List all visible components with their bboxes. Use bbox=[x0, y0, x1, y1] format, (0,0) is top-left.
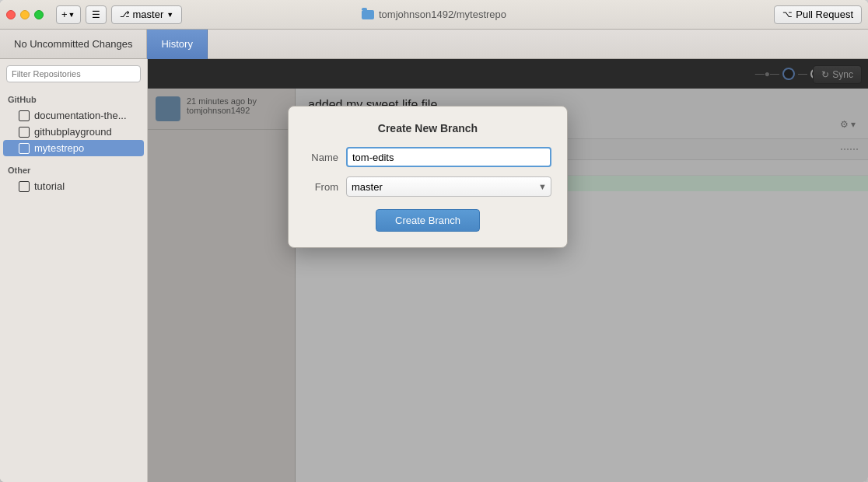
branch-from-select[interactable]: master bbox=[346, 176, 551, 197]
repo-icon bbox=[19, 127, 30, 138]
sidebar-toggle-button[interactable]: ☰ bbox=[86, 5, 107, 24]
uncommitted-label: No Uncommitted Changes bbox=[14, 38, 132, 50]
traffic-lights bbox=[6, 10, 44, 19]
create-branch-button[interactable]: Create Branch bbox=[376, 209, 480, 232]
branch-label: master bbox=[133, 9, 164, 20]
filter-repositories-input[interactable] bbox=[6, 65, 141, 82]
modal-overlay: Create New Branch Name From master ▼ bbox=[148, 59, 868, 482]
pull-request-icon: ⌥ bbox=[782, 9, 793, 19]
titlebar-right: ⌥ Pull Request bbox=[774, 5, 862, 24]
window-title-text: tomjohnson1492/mytestrepo bbox=[379, 9, 506, 20]
content-area: —●— — ↻ Sync 21 minutes ago by tomjo bbox=[148, 59, 868, 482]
titlebar-title: tomjohnson1492/mytestrepo bbox=[362, 9, 506, 20]
repo-name: mytestrepo bbox=[34, 142, 84, 154]
modal-from-select-wrap: master ▼ bbox=[346, 176, 551, 197]
maximize-button[interactable] bbox=[34, 10, 44, 19]
sidebar-item-mytestrepo[interactable]: mytestrepo bbox=[3, 140, 144, 156]
add-button[interactable]: + ▼ bbox=[56, 5, 81, 24]
modal-name-field: Name bbox=[304, 147, 551, 167]
uncommitted-button[interactable]: No Uncommitted Changes bbox=[0, 30, 147, 59]
sidebar-item-tutorial[interactable]: tutorial bbox=[0, 178, 147, 194]
sidebar: GitHub documentation-the... githubplaygr… bbox=[0, 59, 148, 482]
titlebar: + ▼ ☰ ⎇ master ▼ tomjohnson1492/mytestre… bbox=[0, 0, 868, 30]
toolbar: No Uncommitted Changes History bbox=[0, 30, 868, 59]
repo-name: githubplayground bbox=[34, 126, 112, 138]
branch-name-input[interactable] bbox=[346, 147, 551, 167]
sidebar-item-documentation[interactable]: documentation-the... bbox=[0, 107, 147, 124]
sidebar-icon: ☰ bbox=[92, 9, 100, 20]
pull-request-button[interactable]: ⌥ Pull Request bbox=[774, 5, 862, 24]
sidebar-filter-area bbox=[0, 59, 147, 89]
add-label: + bbox=[61, 9, 68, 20]
chevron-down-icon: ▼ bbox=[166, 11, 173, 19]
modal-actions: Create Branch bbox=[304, 209, 551, 232]
other-section: Other tutorial bbox=[0, 159, 147, 197]
minimize-button[interactable] bbox=[20, 10, 30, 19]
other-section-header: Other bbox=[0, 162, 147, 178]
github-section: GitHub documentation-the... githubplaygr… bbox=[0, 89, 147, 159]
repo-name: tutorial bbox=[34, 180, 65, 192]
repo-icon bbox=[19, 143, 30, 154]
titlebar-left: + ▼ ☰ ⎇ master ▼ bbox=[6, 5, 182, 24]
sidebar-item-githubplayground[interactable]: githubplayground bbox=[0, 124, 147, 140]
repo-icon bbox=[19, 110, 30, 121]
modal-from-label: From bbox=[304, 181, 338, 193]
history-button[interactable]: History bbox=[147, 30, 207, 59]
modal-title: Create New Branch bbox=[304, 122, 551, 134]
app-window: + ▼ ☰ ⎇ master ▼ tomjohnson1492/mytestre… bbox=[0, 0, 868, 482]
branch-button[interactable]: ⎇ master ▼ bbox=[111, 5, 183, 24]
branch-icon: ⎇ bbox=[120, 9, 130, 19]
modal-from-field: From master ▼ bbox=[304, 176, 551, 197]
history-label: History bbox=[161, 38, 192, 50]
folder-icon bbox=[362, 10, 374, 19]
modal-name-label: Name bbox=[304, 152, 338, 163]
github-section-header: GitHub bbox=[0, 92, 147, 107]
repo-icon bbox=[19, 181, 30, 192]
create-branch-modal: Create New Branch Name From master ▼ bbox=[288, 106, 568, 248]
pull-request-label: Pull Request bbox=[796, 9, 853, 20]
repo-name: documentation-the... bbox=[34, 110, 127, 121]
create-branch-label: Create Branch bbox=[395, 215, 460, 226]
main-area: GitHub documentation-the... githubplaygr… bbox=[0, 59, 868, 482]
chevron-down-icon: ▼ bbox=[68, 11, 75, 19]
close-button[interactable] bbox=[6, 10, 16, 19]
